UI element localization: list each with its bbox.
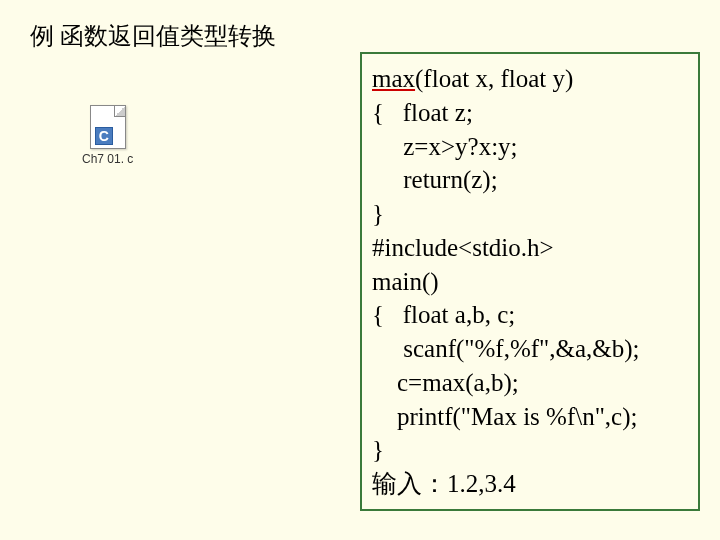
input-value: 1.2,3.4 (447, 470, 516, 497)
input-line: 输入：1.2,3.4 (372, 467, 688, 501)
file-icon-container: C Ch7 01. c (82, 105, 133, 166)
code-box: max(float x, float y) { float z; z=x>y?x… (360, 52, 700, 511)
code-line-7: main() (372, 265, 688, 299)
code-line-2: { float z; (372, 96, 688, 130)
code-line-10: c=max(a,b); (372, 366, 688, 400)
file-label: Ch7 01. c (82, 152, 133, 166)
code-line-3: z=x>y?x:y; (372, 130, 688, 164)
input-label: 输入： (372, 470, 447, 497)
code-line-1-rest: (float x, float y) (415, 65, 573, 92)
code-line-11: printf("Max is %f\n",c); (372, 400, 688, 434)
code-line-8: { float a,b, c; (372, 298, 688, 332)
code-line-12: } (372, 433, 688, 467)
max-function-name: max (372, 65, 415, 92)
slide-title: 例 函数返回值类型转换 (30, 20, 276, 52)
file-icon-letter: C (95, 127, 113, 145)
code-line-4: return(z); (372, 163, 688, 197)
c-file-icon: C (90, 105, 126, 149)
code-line-1: max(float x, float y) (372, 62, 688, 96)
code-line-9: scanf("%f,%f",&a,&b); (372, 332, 688, 366)
code-line-5: } (372, 197, 688, 231)
code-line-6: #include<stdio.h> (372, 231, 688, 265)
